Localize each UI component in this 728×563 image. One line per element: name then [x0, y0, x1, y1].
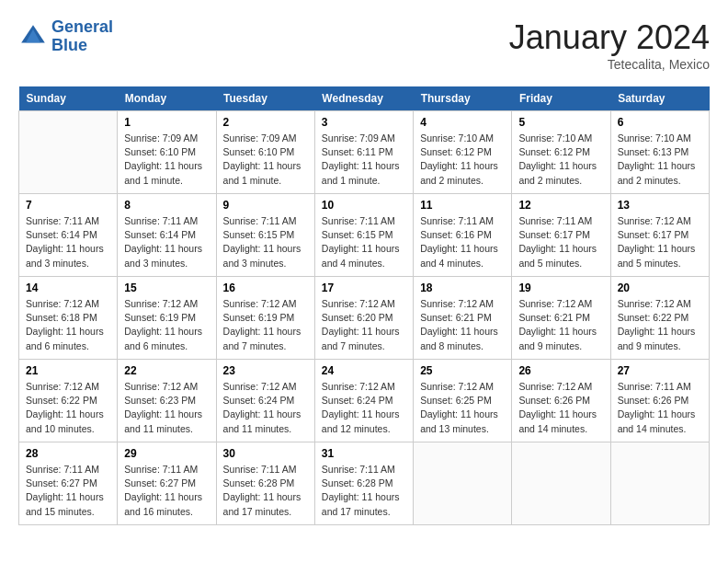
calendar-cell — [414, 442, 512, 525]
day-number: 5 — [518, 116, 603, 129]
day-number: 12 — [518, 199, 603, 212]
calendar-cell: 16Sunrise: 7:12 AM Sunset: 6:19 PM Dayli… — [216, 277, 314, 360]
day-info: Sunrise: 7:09 AM Sunset: 6:11 PM Dayligh… — [322, 132, 406, 188]
calendar-cell: 21Sunrise: 7:12 AM Sunset: 6:22 PM Dayli… — [19, 360, 118, 442]
day-number: 17 — [322, 282, 406, 294]
day-number: 31 — [322, 447, 406, 460]
calendar-cell: 2Sunrise: 7:09 AM Sunset: 6:10 PM Daylig… — [216, 111, 314, 194]
day-info: Sunrise: 7:09 AM Sunset: 6:10 PM Dayligh… — [223, 132, 308, 188]
logo-icon — [18, 22, 48, 52]
calendar-cell: 15Sunrise: 7:12 AM Sunset: 6:19 PM Dayli… — [118, 277, 216, 360]
day-number: 14 — [26, 282, 110, 294]
calendar-cell: 27Sunrise: 7:11 AM Sunset: 6:26 PM Dayli… — [610, 360, 709, 442]
day-info: Sunrise: 7:12 AM Sunset: 6:26 PM Dayligh… — [518, 380, 603, 436]
day-info: Sunrise: 7:12 AM Sunset: 6:19 PM Dayligh… — [223, 297, 308, 353]
day-info: Sunrise: 7:09 AM Sunset: 6:10 PM Dayligh… — [124, 132, 209, 188]
day-number: 22 — [124, 364, 209, 377]
day-info: Sunrise: 7:12 AM Sunset: 6:21 PM Dayligh… — [518, 297, 603, 353]
day-info: Sunrise: 7:12 AM Sunset: 6:23 PM Dayligh… — [124, 380, 209, 436]
calendar-cell — [19, 111, 118, 194]
week-row-3: 14Sunrise: 7:12 AM Sunset: 6:18 PM Dayli… — [19, 277, 710, 360]
header-cell-sunday: Sunday — [19, 86, 118, 111]
day-number: 24 — [322, 364, 406, 377]
day-number: 21 — [26, 364, 110, 377]
day-info: Sunrise: 7:11 AM Sunset: 6:28 PM Dayligh… — [322, 463, 406, 519]
header-cell-friday: Friday — [512, 86, 610, 111]
day-number: 3 — [322, 116, 406, 129]
calendar-cell: 7Sunrise: 7:11 AM Sunset: 6:14 PM Daylig… — [19, 194, 118, 277]
calendar-cell: 31Sunrise: 7:11 AM Sunset: 6:28 PM Dayli… — [314, 442, 413, 525]
calendar-cell: 13Sunrise: 7:12 AM Sunset: 6:17 PM Dayli… — [610, 194, 709, 277]
calendar-cell: 22Sunrise: 7:12 AM Sunset: 6:23 PM Dayli… — [118, 360, 216, 442]
header-cell-wednesday: Wednesday — [314, 86, 413, 111]
month-title: January 2024 — [509, 18, 710, 57]
location: Tetecalita, Mexico — [509, 57, 710, 72]
calendar-cell: 8Sunrise: 7:11 AM Sunset: 6:14 PM Daylig… — [118, 194, 216, 277]
day-info: Sunrise: 7:11 AM Sunset: 6:15 PM Dayligh… — [322, 214, 406, 270]
day-info: Sunrise: 7:12 AM Sunset: 6:24 PM Dayligh… — [322, 380, 406, 436]
day-info: Sunrise: 7:12 AM Sunset: 6:22 PM Dayligh… — [618, 297, 702, 353]
day-number: 8 — [124, 199, 209, 212]
header-cell-monday: Monday — [118, 86, 216, 111]
header-cell-tuesday: Tuesday — [216, 86, 314, 111]
day-info: Sunrise: 7:12 AM Sunset: 6:25 PM Dayligh… — [420, 380, 505, 436]
day-info: Sunrise: 7:11 AM Sunset: 6:14 PM Dayligh… — [124, 214, 209, 270]
day-info: Sunrise: 7:11 AM Sunset: 6:16 PM Dayligh… — [420, 214, 505, 270]
calendar-cell: 14Sunrise: 7:12 AM Sunset: 6:18 PM Dayli… — [19, 277, 118, 360]
calendar-cell: 9Sunrise: 7:11 AM Sunset: 6:15 PM Daylig… — [216, 194, 314, 277]
calendar-cell — [512, 442, 610, 525]
day-info: Sunrise: 7:10 AM Sunset: 6:12 PM Dayligh… — [420, 132, 505, 188]
day-number: 4 — [420, 116, 505, 129]
calendar-cell: 25Sunrise: 7:12 AM Sunset: 6:25 PM Dayli… — [414, 360, 512, 442]
day-number: 27 — [618, 364, 702, 377]
header-cell-thursday: Thursday — [414, 86, 512, 111]
day-number: 26 — [518, 364, 603, 377]
calendar-cell: 17Sunrise: 7:12 AM Sunset: 6:20 PM Dayli… — [314, 277, 413, 360]
day-number: 30 — [223, 447, 308, 460]
day-number: 23 — [223, 364, 308, 377]
day-info: Sunrise: 7:11 AM Sunset: 6:27 PM Dayligh… — [26, 463, 110, 519]
day-number: 16 — [223, 282, 308, 294]
day-number: 11 — [420, 199, 505, 212]
day-number: 7 — [26, 199, 110, 212]
day-info: Sunrise: 7:11 AM Sunset: 6:15 PM Dayligh… — [223, 214, 308, 270]
header-cell-saturday: Saturday — [610, 86, 709, 111]
day-number: 18 — [420, 282, 505, 294]
logo-text: General Blue — [51, 18, 113, 55]
header-row: SundayMondayTuesdayWednesdayThursdayFrid… — [19, 86, 710, 111]
calendar-cell: 11Sunrise: 7:11 AM Sunset: 6:16 PM Dayli… — [414, 194, 512, 277]
day-info: Sunrise: 7:11 AM Sunset: 6:26 PM Dayligh… — [618, 380, 702, 436]
week-row-1: 1Sunrise: 7:09 AM Sunset: 6:10 PM Daylig… — [19, 111, 710, 194]
day-info: Sunrise: 7:12 AM Sunset: 6:24 PM Dayligh… — [223, 380, 308, 436]
day-number: 28 — [26, 447, 110, 460]
day-number: 15 — [124, 282, 209, 294]
week-row-2: 7Sunrise: 7:11 AM Sunset: 6:14 PM Daylig… — [19, 194, 710, 277]
calendar-cell: 6Sunrise: 7:10 AM Sunset: 6:13 PM Daylig… — [610, 111, 709, 194]
week-row-4: 21Sunrise: 7:12 AM Sunset: 6:22 PM Dayli… — [19, 360, 710, 442]
day-info: Sunrise: 7:12 AM Sunset: 6:18 PM Dayligh… — [26, 297, 110, 353]
day-info: Sunrise: 7:10 AM Sunset: 6:13 PM Dayligh… — [618, 132, 702, 188]
day-info: Sunrise: 7:12 AM Sunset: 6:17 PM Dayligh… — [618, 214, 702, 270]
calendar-cell — [610, 442, 709, 525]
calendar-cell: 28Sunrise: 7:11 AM Sunset: 6:27 PM Dayli… — [19, 442, 118, 525]
calendar-cell: 4Sunrise: 7:10 AM Sunset: 6:12 PM Daylig… — [414, 111, 512, 194]
day-info: Sunrise: 7:12 AM Sunset: 6:19 PM Dayligh… — [124, 297, 209, 353]
day-info: Sunrise: 7:12 AM Sunset: 6:21 PM Dayligh… — [420, 297, 505, 353]
day-number: 10 — [322, 199, 406, 212]
day-info: Sunrise: 7:12 AM Sunset: 6:20 PM Dayligh… — [322, 297, 406, 353]
calendar-cell: 30Sunrise: 7:11 AM Sunset: 6:28 PM Dayli… — [216, 442, 314, 525]
day-number: 13 — [618, 199, 702, 212]
day-info: Sunrise: 7:12 AM Sunset: 6:22 PM Dayligh… — [26, 380, 110, 436]
title-section: January 2024 Tetecalita, Mexico — [509, 18, 710, 72]
page-header: General Blue January 2024 Tetecalita, Me… — [18, 18, 710, 72]
day-number: 29 — [124, 447, 209, 460]
calendar-cell: 24Sunrise: 7:12 AM Sunset: 6:24 PM Dayli… — [314, 360, 413, 442]
week-row-5: 28Sunrise: 7:11 AM Sunset: 6:27 PM Dayli… — [19, 442, 710, 525]
calendar-cell: 19Sunrise: 7:12 AM Sunset: 6:21 PM Dayli… — [512, 277, 610, 360]
day-number: 20 — [618, 282, 702, 294]
day-info: Sunrise: 7:11 AM Sunset: 6:27 PM Dayligh… — [124, 463, 209, 519]
calendar-cell: 29Sunrise: 7:11 AM Sunset: 6:27 PM Dayli… — [118, 442, 216, 525]
calendar-cell: 18Sunrise: 7:12 AM Sunset: 6:21 PM Dayli… — [414, 277, 512, 360]
logo: General Blue — [18, 18, 113, 55]
calendar-cell: 10Sunrise: 7:11 AM Sunset: 6:15 PM Dayli… — [314, 194, 413, 277]
